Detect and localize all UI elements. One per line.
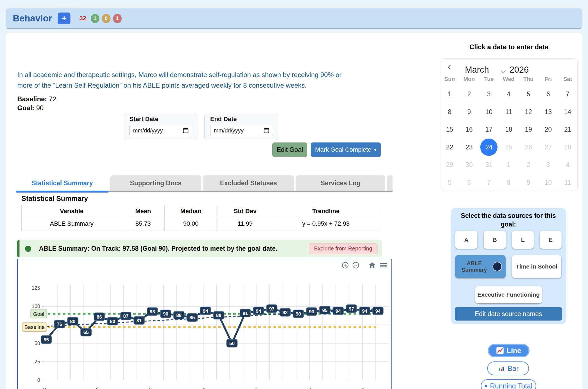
calendar-day[interactable]: 16 <box>460 121 478 138</box>
data-point[interactable]: 88 <box>214 311 224 319</box>
calendar-day[interactable]: 3 <box>480 86 498 103</box>
zoom-in-icon[interactable] <box>342 262 349 269</box>
start-date-label: Start Date <box>129 115 197 123</box>
data-point[interactable]: 94 <box>333 307 344 315</box>
calendar-day[interactable]: 22 <box>441 139 458 156</box>
end-date-panel: End Date mm/dd/yyyy <box>204 113 278 140</box>
svg-text:Baseline: Baseline <box>24 324 45 330</box>
data-point[interactable]: 91 <box>240 309 251 317</box>
chart-type-line-button[interactable]: Line <box>488 344 530 357</box>
data-point[interactable]: 92 <box>280 308 290 316</box>
calendar-day: 11 <box>559 174 576 191</box>
edit-data-source-names-button[interactable]: Edit date source names <box>455 307 562 321</box>
data-point[interactable]: 65 <box>81 328 91 336</box>
calendar-day: 9 <box>520 174 537 191</box>
data-point[interactable]: 95 <box>320 306 330 314</box>
source-button-time-in-school[interactable]: Time in School <box>512 255 561 278</box>
calendar-day[interactable]: 21 <box>559 121 576 138</box>
calendar-weekday: Sat <box>559 76 576 82</box>
calendar-day[interactable]: 13 <box>540 103 557 120</box>
data-point[interactable]: 94 <box>373 307 383 315</box>
exclude-from-reporting-button[interactable]: Exclude from Reporting <box>309 243 378 254</box>
calendar-month[interactable]: March <box>465 65 489 75</box>
source-button-a[interactable]: A <box>455 231 477 249</box>
data-point[interactable]: 94 <box>253 307 264 315</box>
status-badge-red: 1 <box>113 14 122 23</box>
data-point[interactable]: 50 <box>227 339 237 347</box>
chart-type-bar-button[interactable]: Bar <box>487 361 529 375</box>
data-point[interactable]: 90 <box>160 310 171 318</box>
svg-text:2025-03-20: 2025-03-20 <box>27 386 47 389</box>
svg-text:95: 95 <box>322 308 327 313</box>
calendar-day[interactable]: 20 <box>540 121 557 138</box>
calendar-day[interactable]: 6 <box>540 86 557 103</box>
zoom-out-icon[interactable] <box>352 262 359 269</box>
baseline-label: Baseline: <box>17 95 47 103</box>
svg-text:85: 85 <box>190 315 195 320</box>
exclude-label: Exclude from Reporting <box>314 245 372 252</box>
data-point[interactable]: 86 <box>94 313 105 321</box>
data-point[interactable]: 94 <box>200 307 211 315</box>
data-point[interactable]: 88 <box>174 311 184 319</box>
source-button-b[interactable]: B <box>484 231 506 249</box>
data-point[interactable]: 80 <box>107 317 118 325</box>
source-button-able-summary[interactable]: ABLE Summary <box>455 255 506 278</box>
calendar-day[interactable]: 9 <box>460 103 478 120</box>
tab-supporting-docs[interactable]: Supporting Docs <box>110 175 201 191</box>
calendar-day[interactable]: 14 <box>559 103 576 120</box>
calendar-day[interactable]: 10 <box>480 103 498 120</box>
add-goal-button[interactable]: + <box>58 13 70 24</box>
edit-goal-button[interactable]: Edit Goal <box>272 142 307 157</box>
data-point[interactable]: 55 <box>41 336 52 343</box>
source-button-executive-functioning[interactable]: Executive Functioning <box>475 286 542 303</box>
calendar-weekday: Sun <box>441 76 458 82</box>
data-point[interactable]: 87 <box>121 312 131 320</box>
data-point[interactable]: 93 <box>147 308 158 316</box>
chart-type-running-total-button[interactable]: Running Total <box>481 379 536 389</box>
data-point[interactable]: 94 <box>359 307 370 315</box>
data-point[interactable]: 97 <box>266 305 277 312</box>
chevron-down-icon[interactable] <box>501 70 506 75</box>
tab-excluded-statuses[interactable]: Excluded Statuses <box>203 175 294 191</box>
svg-text:97: 97 <box>269 306 275 312</box>
mark-goal-complete-label: Mark Goal Complete <box>315 146 371 153</box>
data-point[interactable]: 76 <box>54 320 65 328</box>
calendar-day[interactable]: 18 <box>500 121 517 138</box>
calendar-day[interactable]: 12 <box>520 103 537 120</box>
calendar-day[interactable]: 15 <box>441 121 458 138</box>
tab-services-log[interactable]: Services Log <box>296 175 385 191</box>
chevron-down-icon: ▾ <box>374 147 377 153</box>
stats-heading: Statistical Summary <box>21 194 88 203</box>
calendar-day[interactable]: 19 <box>520 121 537 138</box>
calendar-day[interactable]: 7 <box>559 86 576 103</box>
menu-icon[interactable] <box>379 262 388 269</box>
calendar-day[interactable]: 17 <box>480 121 498 138</box>
svg-text:94: 94 <box>375 309 381 314</box>
calendar-day-selected[interactable]: 24 <box>480 139 498 156</box>
data-point[interactable]: 90 <box>293 310 304 318</box>
calendar-day[interactable]: 23 <box>460 139 478 156</box>
source-button-e[interactable]: E <box>540 231 562 249</box>
data-point[interactable]: 93 <box>306 308 317 316</box>
calendar-day[interactable]: 11 <box>500 103 517 120</box>
data-point[interactable]: 97 <box>346 305 357 312</box>
calendar-day[interactable]: 5 <box>520 86 537 103</box>
calendar-day[interactable]: 8 <box>441 103 458 120</box>
end-date-input[interactable]: mm/dd/yyyy <box>210 125 273 136</box>
calendar-day[interactable]: 2 <box>460 86 478 103</box>
tab-bar: Statistical Summary Supporting Docs Excl… <box>16 175 393 192</box>
calendar-day[interactable]: 4 <box>500 86 517 103</box>
data-point[interactable]: 80 <box>67 317 78 325</box>
mark-goal-complete-button[interactable]: Mark Goal Complete ▾ <box>311 142 381 157</box>
calendar-day[interactable]: 1 <box>441 86 458 103</box>
start-date-placeholder: mm/dd/yyyy <box>133 127 163 134</box>
source-button-l[interactable]: L <box>512 231 534 249</box>
data-point[interactable]: 85 <box>187 314 197 321</box>
previous-month-icon[interactable]: ‹ <box>448 61 451 73</box>
tab-statistical-summary[interactable]: Statistical Summary <box>16 175 109 191</box>
home-icon[interactable] <box>368 262 376 269</box>
calendar-icon[interactable] <box>263 127 270 134</box>
start-date-input[interactable]: mm/dd/yyyy <box>129 125 192 136</box>
calendar-icon[interactable] <box>183 127 189 134</box>
data-point[interactable]: 81 <box>134 317 144 324</box>
